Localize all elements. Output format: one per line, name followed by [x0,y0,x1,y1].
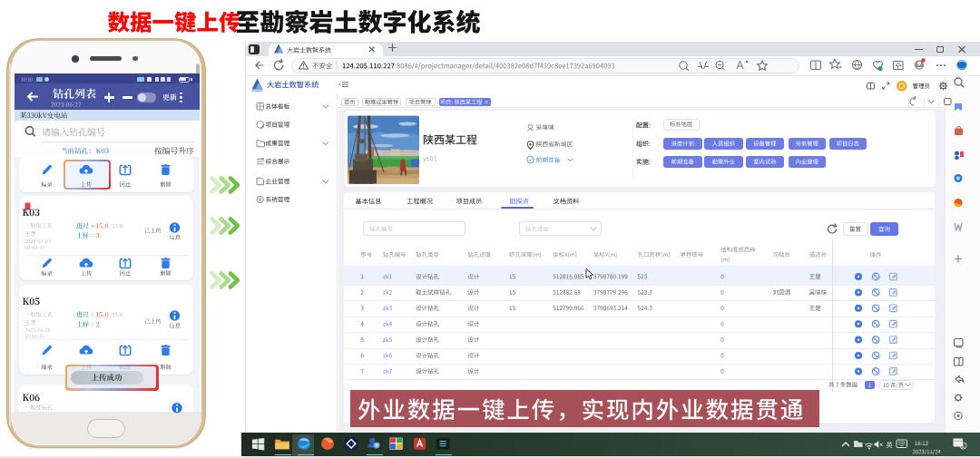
svg-text:1: 1 [962,443,965,449]
